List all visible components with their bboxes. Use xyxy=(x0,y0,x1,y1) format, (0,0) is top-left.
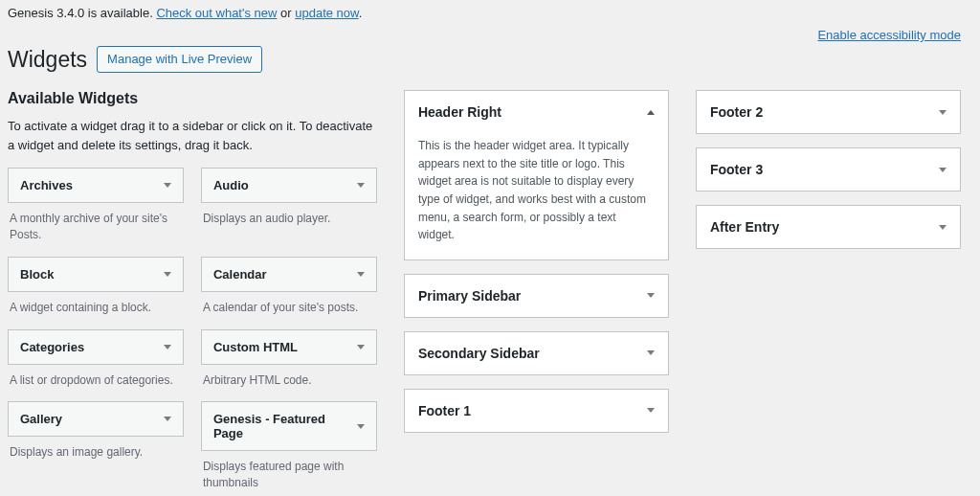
chevron-down-icon xyxy=(939,225,947,230)
widget-description: Displays featured page with thumbnails xyxy=(201,451,377,496)
widget-area-name: Footer 1 xyxy=(418,403,471,418)
widget-description: A monthly archive of your site's Posts. xyxy=(8,203,184,249)
widget-card[interactable]: Genesis - Featured Page xyxy=(201,401,377,451)
widget-card[interactable]: Custom HTML xyxy=(201,329,377,365)
chevron-down-icon xyxy=(647,293,655,298)
chevron-down-icon xyxy=(647,350,655,355)
notice-prefix: Genesis 3.4.0 is available. xyxy=(8,6,156,20)
widget-name: Calendar xyxy=(213,267,267,282)
widget-area-header[interactable]: Footer 1 xyxy=(405,390,668,432)
widget-description: A widget containing a block. xyxy=(8,292,184,322)
widget-card[interactable]: Block xyxy=(8,257,184,292)
chevron-down-icon xyxy=(164,183,171,188)
available-widget: CategoriesA list or dropdown of categori… xyxy=(8,329,184,395)
chevron-down-icon xyxy=(357,272,365,277)
chevron-down-icon xyxy=(357,183,365,188)
chevron-down-icon xyxy=(939,168,947,172)
widget-area-name: Footer 2 xyxy=(710,104,763,120)
chevron-down-icon xyxy=(164,272,171,277)
available-widget: ArchivesA monthly archive of your site's… xyxy=(8,168,184,249)
notice-link-whatsnew[interactable]: Check out what's new xyxy=(156,6,277,20)
widget-card[interactable]: Calendar xyxy=(201,257,377,292)
accessibility-mode-link[interactable]: Enable accessibility mode xyxy=(817,28,961,42)
widget-area: Footer 2 xyxy=(696,90,961,134)
widget-name: Custom HTML xyxy=(213,340,298,354)
widget-area-description: This is the header widget area. It typic… xyxy=(405,133,668,259)
manage-live-preview-button[interactable]: Manage with Live Preview xyxy=(97,46,262,73)
notice-suffix: . xyxy=(359,6,363,20)
update-notice: Genesis 3.4.0 is available. Check out wh… xyxy=(8,4,961,28)
available-widgets-column: Available Widgets To activate a widget d… xyxy=(8,90,377,496)
chevron-down-icon xyxy=(164,417,171,421)
widget-name: Audio xyxy=(213,178,249,192)
widget-area-name: After Entry xyxy=(710,219,779,235)
widget-description: A calendar of your site's posts. xyxy=(201,292,377,322)
widget-name: Gallery xyxy=(20,412,62,426)
widget-description: A list or dropdown of categories. xyxy=(8,365,184,395)
widget-area: Header RightThis is the header widget ar… xyxy=(404,90,669,260)
widget-area-header[interactable]: Primary Sidebar xyxy=(405,275,668,317)
available-widget: Genesis - Featured PageDisplays featured… xyxy=(201,401,377,496)
chevron-down-icon xyxy=(357,345,365,349)
available-widget: GalleryDisplays an image gallery. xyxy=(8,401,184,496)
available-widgets-heading: Available Widgets xyxy=(8,90,377,107)
widget-area: Footer 1 xyxy=(404,389,669,433)
widget-area-header[interactable]: Header Right xyxy=(405,91,668,133)
chevron-down-icon xyxy=(939,110,947,115)
widget-description: Displays an audio player. xyxy=(201,203,377,233)
widget-area-name: Footer 3 xyxy=(710,162,763,177)
available-widget: CalendarA calendar of your site's posts. xyxy=(201,257,377,322)
widget-name: Block xyxy=(20,267,54,282)
widget-area: After Entry xyxy=(696,205,961,249)
widget-description: Displays an image gallery. xyxy=(8,437,184,466)
notice-middle: or xyxy=(277,6,295,20)
widget-area-header[interactable]: Secondary Sidebar xyxy=(405,332,668,374)
page-title: Widgets xyxy=(8,47,87,73)
widget-area-header[interactable]: Footer 2 xyxy=(697,91,960,133)
widget-area: Primary Sidebar xyxy=(404,274,669,318)
notice-link-update[interactable]: update now xyxy=(295,6,359,20)
available-widgets-desc: To activate a widget drag it to a sideba… xyxy=(8,117,377,154)
widget-card[interactable]: Archives xyxy=(8,168,184,203)
widget-area-name: Header Right xyxy=(418,104,501,120)
widget-area-header[interactable]: Footer 3 xyxy=(697,148,960,191)
widget-card[interactable]: Categories xyxy=(8,329,184,365)
widget-card[interactable]: Gallery xyxy=(8,401,184,437)
chevron-down-icon xyxy=(164,345,171,349)
widget-area-name: Secondary Sidebar xyxy=(418,346,540,361)
widget-area: Secondary Sidebar xyxy=(404,331,669,375)
widget-name: Genesis - Featured Page xyxy=(213,412,357,440)
widget-area-header[interactable]: After Entry xyxy=(697,206,960,248)
widget-areas-column-2: Footer 2Footer 3After Entry xyxy=(696,90,961,262)
widget-areas-column-1: Header RightThis is the header widget ar… xyxy=(404,90,669,446)
widget-area: Footer 3 xyxy=(696,147,961,192)
widget-name: Categories xyxy=(20,340,84,354)
widget-description: Arbitrary HTML code. xyxy=(201,365,377,395)
available-widget: Custom HTMLArbitrary HTML code. xyxy=(201,329,377,395)
widget-name: Archives xyxy=(20,178,73,192)
chevron-down-icon xyxy=(647,408,655,413)
widget-area-name: Primary Sidebar xyxy=(418,288,521,304)
chevron-down-icon xyxy=(357,424,365,429)
chevron-up-icon xyxy=(647,110,655,115)
available-widget: BlockA widget containing a block. xyxy=(8,257,184,322)
widget-card[interactable]: Audio xyxy=(201,168,377,203)
available-widget: AudioDisplays an audio player. xyxy=(201,168,377,249)
